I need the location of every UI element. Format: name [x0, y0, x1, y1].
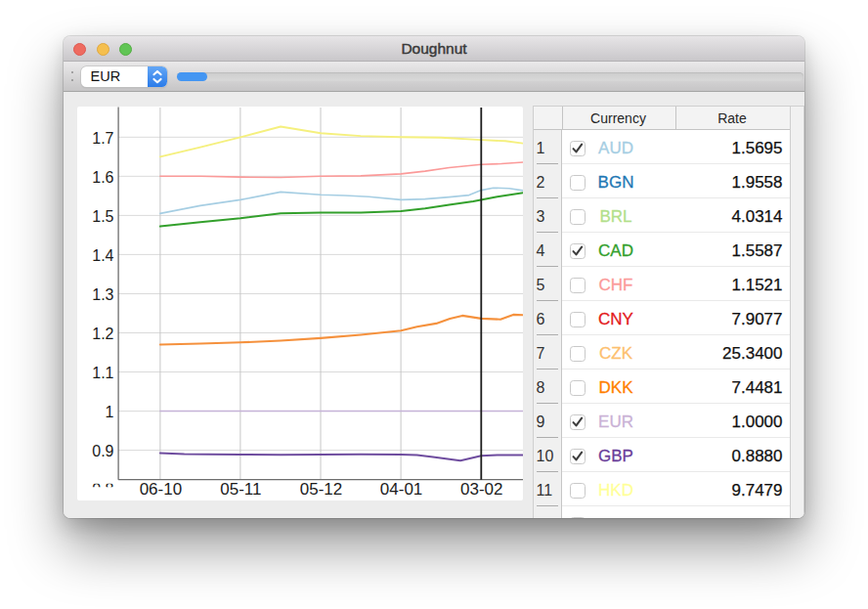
svg-text:05-11: 05-11	[220, 480, 261, 499]
svg-text:1.5: 1.5	[92, 208, 113, 225]
svg-text:1.2: 1.2	[92, 326, 113, 342]
svg-text:1.6: 1.6	[92, 169, 113, 186]
svg-text:0.9: 0.9	[92, 443, 113, 459]
svg-text:05-12: 05-12	[300, 480, 342, 499]
svg-text:0.8: 0.8	[92, 481, 113, 498]
svg-text:1.3: 1.3	[92, 286, 113, 303]
svg-text:06-10: 06-10	[140, 480, 182, 499]
svg-text:1: 1	[106, 404, 114, 420]
svg-text:03-02: 03-02	[460, 480, 502, 499]
svg-text:1.7: 1.7	[92, 130, 113, 147]
svg-text:1.4: 1.4	[92, 247, 113, 264]
svg-text:1.1: 1.1	[92, 365, 113, 381]
svg-text:04-01: 04-01	[380, 480, 422, 499]
